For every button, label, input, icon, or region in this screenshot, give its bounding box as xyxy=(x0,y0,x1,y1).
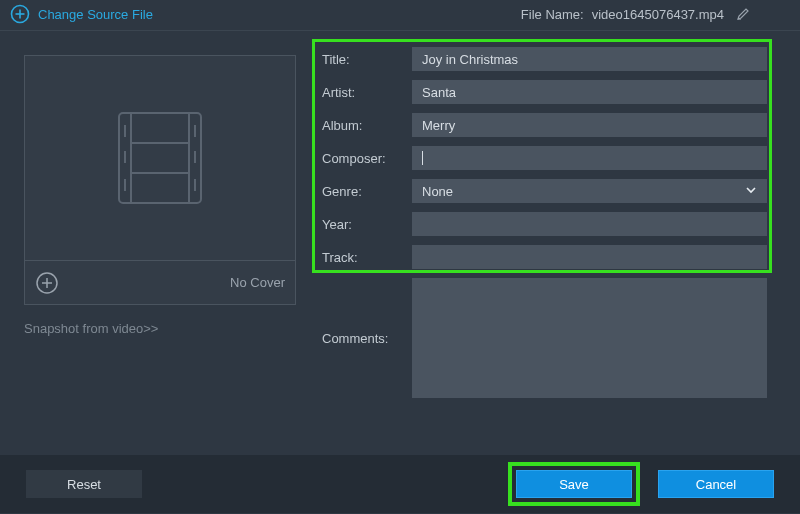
chevron-down-icon xyxy=(745,184,757,199)
cover-box: No Cover xyxy=(24,55,296,305)
file-name-label: File Name: xyxy=(521,7,584,22)
comments-label: Comments: xyxy=(322,331,412,346)
metadata-form: Title: Artist: Album: Composer: Genre: N… xyxy=(322,47,788,398)
composer-input[interactable] xyxy=(412,146,767,170)
cover-art-placeholder xyxy=(25,56,295,260)
add-cover-icon[interactable] xyxy=(35,271,59,295)
film-icon xyxy=(105,103,215,213)
title-label: Title: xyxy=(322,52,412,67)
reset-button[interactable]: Reset xyxy=(26,470,142,498)
cover-panel: No Cover Snapshot from video>> xyxy=(0,31,310,455)
no-cover-label: No Cover xyxy=(230,275,285,290)
title-input[interactable] xyxy=(412,47,767,71)
edit-icon[interactable] xyxy=(736,7,750,21)
year-input[interactable] xyxy=(412,212,767,236)
album-label: Album: xyxy=(322,118,412,133)
year-label: Year: xyxy=(322,217,412,232)
text-caret xyxy=(422,151,423,165)
genre-value: None xyxy=(422,184,453,199)
footer-bar: Reset Save Cancel xyxy=(0,455,800,513)
file-name-value: video1645076437.mp4 xyxy=(592,7,724,22)
genre-select[interactable]: None xyxy=(412,179,767,203)
save-button[interactable]: Save xyxy=(516,470,632,498)
cover-bottom-bar: No Cover xyxy=(25,260,295,304)
content-area: No Cover Snapshot from video>> Title: Ar… xyxy=(0,31,800,455)
genre-label: Genre: xyxy=(322,184,412,199)
header-bar: Change Source File File Name: video16450… xyxy=(0,0,800,28)
comments-input[interactable] xyxy=(412,278,767,398)
artist-label: Artist: xyxy=(322,85,412,100)
track-label: Track: xyxy=(322,250,412,265)
change-source-link[interactable]: Change Source File xyxy=(10,4,153,24)
snapshot-link[interactable]: Snapshot from video>> xyxy=(24,321,310,336)
save-highlight-annotation: Save xyxy=(508,462,640,506)
cancel-button[interactable]: Cancel xyxy=(658,470,774,498)
album-input[interactable] xyxy=(412,113,767,137)
metadata-panel: Title: Artist: Album: Composer: Genre: N… xyxy=(310,31,800,455)
plus-circle-icon xyxy=(10,4,30,24)
artist-input[interactable] xyxy=(412,80,767,104)
track-input[interactable] xyxy=(412,245,767,269)
change-source-label: Change Source File xyxy=(38,7,153,22)
composer-label: Composer: xyxy=(322,151,412,166)
file-name-display: File Name: video1645076437.mp4 xyxy=(521,7,750,22)
